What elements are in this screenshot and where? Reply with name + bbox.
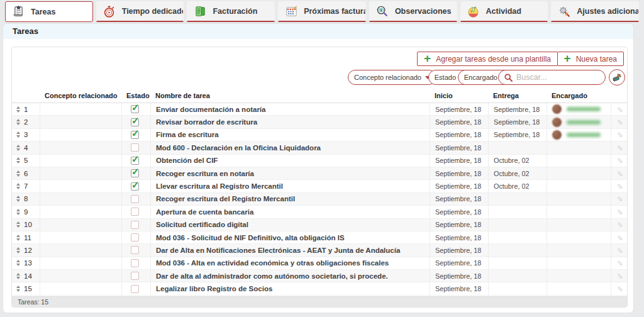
table-row[interactable]: 13Mod 036 - Alta en actividad económica …	[12, 257, 627, 270]
new-task-button[interactable]: + Nueva tarea	[557, 52, 624, 66]
task-checkbox-checked[interactable]	[131, 118, 139, 126]
table-row[interactable]: 3Firma de escrituraSeptiembre, 18Septiem…	[12, 129, 627, 142]
plus-icon: +	[564, 52, 571, 64]
task-checkbox-unchecked[interactable]	[131, 221, 139, 229]
drag-sort-handle[interactable]	[16, 272, 21, 281]
tab-tareas[interactable]: Tareas	[5, 1, 93, 22]
drag-sort-handle[interactable]	[16, 143, 21, 152]
tasks-scroll-icon	[11, 5, 25, 19]
row-number: 6	[24, 170, 28, 177]
task-checkbox-unchecked[interactable]	[131, 259, 139, 267]
clear-filters-icon[interactable]	[609, 69, 625, 86]
task-checkbox-unchecked[interactable]	[131, 272, 139, 280]
task-checkbox-unchecked[interactable]	[131, 208, 139, 216]
edit-pencil-icon[interactable]: ✎	[615, 170, 624, 177]
column-header-start: Inicio	[430, 92, 488, 99]
task-checkbox-checked[interactable]	[131, 182, 139, 191]
table-row[interactable]: 15Legalizar libro Registro de SociosSept…	[12, 282, 627, 295]
edit-pencil-icon[interactable]: ✎	[615, 221, 624, 228]
edit-pencil-icon[interactable]: ✎	[615, 235, 624, 241]
table-row[interactable]: 11Mod 036 - Solicitud de NIF Definitivo,…	[12, 231, 627, 244]
tab-facturacion[interactable]: Facturación	[187, 1, 275, 22]
drag-sort-handle[interactable]	[16, 284, 21, 293]
tab-observaciones[interactable]: Observaciones	[369, 1, 457, 22]
drag-sort-handle[interactable]	[16, 194, 21, 203]
table-row[interactable]: 6Recoger escritura en notaríaSeptiembre,…	[12, 167, 627, 180]
concept-cell	[40, 206, 121, 218]
task-checkbox-unchecked[interactable]	[131, 285, 139, 293]
table-row[interactable]: 7Llevar escritura al Registro MercantilS…	[12, 180, 627, 192]
table-row[interactable]: 2Revisar borrador de escrituraSeptiembre…	[12, 116, 627, 128]
status-cell	[121, 193, 150, 205]
drag-sort-handle[interactable]	[16, 169, 21, 178]
status-cell	[121, 142, 150, 153]
task-name: Obtención del CIF	[156, 157, 218, 164]
table-row[interactable]: 10Solicitud certificado digitalSeptiembr…	[12, 219, 627, 231]
table-row[interactable]: 14Dar de alta al administrador como autó…	[12, 270, 627, 282]
tab-tiempo-dedicado[interactable]: Tiempo dedicado	[96, 1, 184, 22]
task-checkbox-checked[interactable]	[131, 157, 139, 165]
start-date-cell: Septiembre, 18	[430, 231, 488, 243]
drag-sort-handle[interactable]	[16, 208, 21, 216]
task-name-cell: Solicitud certificado digital	[150, 219, 430, 231]
concept-cell	[40, 142, 121, 153]
task-checkbox-checked[interactable]	[131, 131, 139, 139]
drag-sort-handle[interactable]	[16, 118, 21, 126]
task-checkbox-unchecked[interactable]	[131, 233, 139, 242]
concept-cell	[40, 257, 121, 269]
table-row[interactable]: 4Mod 600 - Declaración en la Oficina Liq…	[12, 142, 627, 154]
drag-sort-handle[interactable]	[16, 220, 21, 229]
tasks-card: Tareas + Agregar tareas desde una planti…	[3, 24, 633, 313]
drag-sort-handle[interactable]	[16, 156, 21, 165]
edit-pencil-icon[interactable]: ✎	[615, 209, 624, 215]
edit-pencil-icon[interactable]: ✎	[615, 260, 624, 266]
tab-ajustes-adicionales[interactable]: Ajustes adicionales	[551, 1, 639, 22]
assignee-cell	[547, 231, 611, 243]
status-cell	[121, 244, 150, 256]
search-input[interactable]	[516, 73, 599, 82]
table-row[interactable]: 8Recoger escritura del Registro Mercanti…	[12, 193, 627, 206]
tab-proximas-facturas[interactable]: Próximas facturas	[278, 1, 366, 22]
tab-actividad[interactable]: ?Actividad	[460, 1, 548, 22]
drag-sort-handle[interactable]	[16, 259, 21, 267]
task-count: Tareas: 15	[18, 298, 48, 306]
edit-cell: ✎	[611, 155, 627, 167]
edit-pencil-icon[interactable]: ✎	[615, 247, 624, 253]
drag-sort-handle[interactable]	[16, 233, 21, 242]
task-checkbox-unchecked[interactable]	[131, 195, 139, 203]
edit-pencil-icon[interactable]: ✎	[615, 157, 624, 164]
filter-concept-dropdown[interactable]: Concepto relacionado	[348, 70, 436, 85]
table-row[interactable]: 12Dar de Alta en Notificaciones Electrón…	[12, 244, 627, 257]
activity-icon: ?	[467, 4, 480, 18]
edit-pencil-icon[interactable]: ✎	[615, 273, 624, 279]
drag-sort-handle[interactable]	[16, 246, 21, 255]
drag-sort-handle[interactable]	[16, 182, 21, 191]
edit-pencil-icon[interactable]: ✎	[615, 183, 624, 189]
task-checkbox-unchecked[interactable]	[131, 143, 139, 152]
edit-pencil-icon[interactable]: ✎	[615, 106, 624, 113]
edit-pencil-icon[interactable]: ✎	[615, 131, 624, 138]
edit-cell: ✎	[611, 244, 627, 256]
edit-cell: ✎	[611, 180, 627, 192]
add-tasks-from-template-button[interactable]: + Agregar tareas desde una plantilla	[417, 52, 558, 66]
task-checkbox-checked[interactable]	[131, 105, 139, 113]
row-handle-cell: 7	[12, 180, 40, 192]
drag-sort-handle[interactable]	[16, 105, 21, 114]
row-handle-cell: 6	[12, 167, 40, 179]
table-row[interactable]: 5Obtención del CIFSeptiembre, 18Octubre,…	[12, 155, 627, 167]
assignee-cell	[547, 257, 611, 269]
tab-label: Observaciones	[395, 7, 452, 16]
task-name-cell: Mod 036 - Solicitud de NIF Definitivo, a…	[150, 231, 430, 243]
edit-pencil-icon[interactable]: ✎	[615, 196, 624, 202]
table-row[interactable]: 9Apertura de cuenta bancariaSeptiembre, …	[12, 206, 627, 218]
edit-pencil-icon[interactable]: ✎	[615, 119, 624, 125]
drag-sort-handle[interactable]	[16, 130, 21, 139]
edit-pencil-icon[interactable]: ✎	[615, 286, 624, 292]
edit-pencil-icon[interactable]: ✎	[615, 145, 624, 151]
table-row[interactable]: 1Enviar documentación a notaríaSeptiembr…	[12, 103, 627, 116]
task-name-cell: Recoger escritura en notaría	[150, 167, 430, 179]
magnifier-eye-icon	[375, 4, 389, 18]
task-checkbox-checked[interactable]	[131, 169, 139, 177]
task-checkbox-unchecked[interactable]	[131, 246, 139, 254]
tab-label: Tareas	[31, 8, 55, 16]
